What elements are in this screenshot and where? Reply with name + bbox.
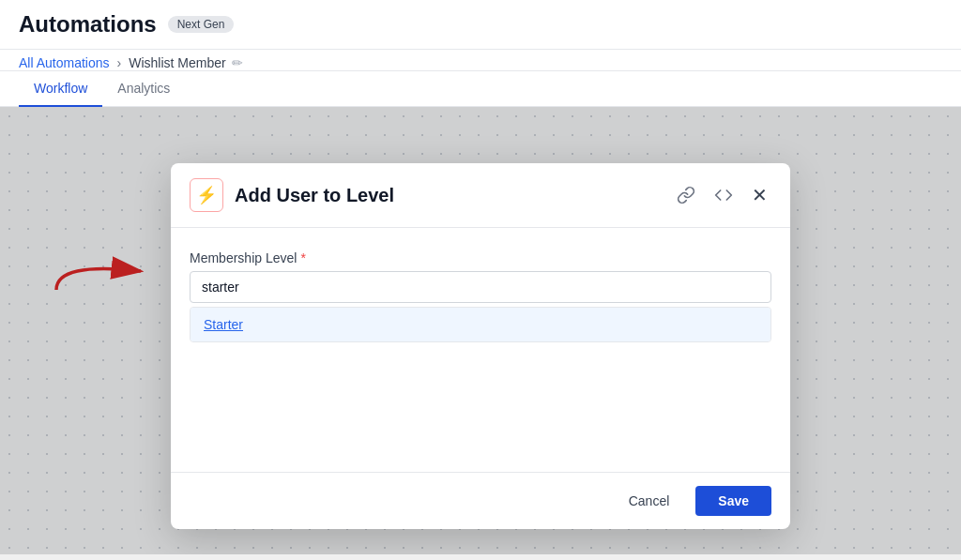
membership-level-input[interactable] xyxy=(190,271,771,303)
modal: ⚡ Add User to Level xyxy=(171,163,790,529)
next-gen-badge: Next Gen xyxy=(168,16,235,33)
tab-workflow[interactable]: Workflow xyxy=(19,71,102,107)
tab-analytics[interactable]: Analytics xyxy=(102,71,185,107)
breadcrumb-current: Wishlist Member ✏ xyxy=(129,55,242,70)
breadcrumb-separator: › xyxy=(117,55,122,70)
close-button[interactable]: ✕ xyxy=(748,180,771,210)
modal-title: Add User to Level xyxy=(235,185,662,206)
top-header: Automations Next Gen xyxy=(0,0,961,50)
required-star: * xyxy=(300,250,305,265)
dropdown-item-starter[interactable]: Starter xyxy=(191,308,770,341)
modal-body: Membership Level * Starter xyxy=(171,228,790,472)
save-button[interactable]: Save xyxy=(695,486,771,516)
modal-icon-wrap: ⚡ xyxy=(190,178,223,212)
page-title: Automations xyxy=(19,11,157,38)
modal-overlay: ⚡ Add User to Level xyxy=(0,107,961,554)
lightning-icon: ⚡ xyxy=(196,185,217,205)
breadcrumb-bar: All Automations › Wishlist Member ✏ xyxy=(0,50,961,71)
modal-footer: Cancel Save xyxy=(171,472,790,529)
breadcrumb-all-automations[interactable]: All Automations xyxy=(19,55,110,70)
cancel-button[interactable]: Cancel xyxy=(614,486,685,516)
main-content: WishList Member Add User to Level Comple… xyxy=(0,107,961,554)
modal-header: ⚡ Add User to Level xyxy=(171,163,790,228)
field-label: Membership Level * xyxy=(190,250,771,265)
edit-icon[interactable]: ✏ xyxy=(232,55,243,70)
link-icon-button[interactable] xyxy=(673,182,699,208)
dropdown-list: Starter xyxy=(190,307,771,342)
code-icon-button[interactable] xyxy=(710,182,737,208)
modal-header-actions: ✕ xyxy=(673,180,771,210)
tabs-bar: Workflow Analytics xyxy=(0,71,961,107)
